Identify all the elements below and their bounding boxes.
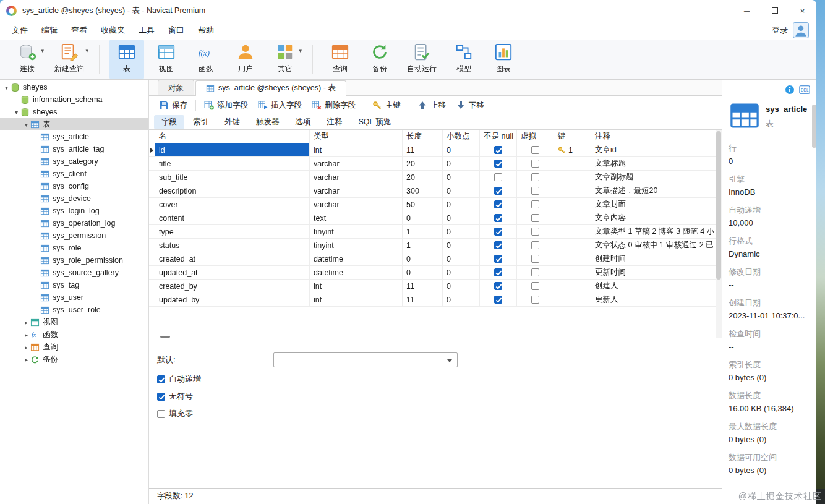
field-name-cell[interactable]: title	[155, 157, 310, 171]
tree-item-sys-category[interactable]: sys_category	[0, 155, 148, 168]
field-notnull-cell[interactable]	[480, 293, 517, 307]
field-length-cell[interactable]: 0	[403, 211, 443, 225]
login-button[interactable]: 登录	[772, 25, 788, 36]
delete-field-button[interactable]: 删除字段	[307, 98, 361, 113]
tree-item-sys-user-role[interactable]: sys_user_role	[0, 304, 148, 316]
field-virtual-cell[interactable]	[517, 143, 554, 157]
field-length-cell[interactable]: 11	[403, 143, 443, 157]
virtual-checkbox[interactable]	[531, 200, 539, 208]
field-row-updated-by[interactable]: updated_byint110更新人	[149, 293, 722, 307]
field-decimal-cell[interactable]: 0	[443, 225, 480, 239]
field-name-cell[interactable]: id	[155, 143, 310, 157]
column-header-0[interactable]: 名	[155, 130, 310, 143]
field-decimal-cell[interactable]: 0	[443, 198, 480, 211]
field-type-cell[interactable]: int	[310, 143, 403, 157]
save-button[interactable]: 保存	[154, 98, 192, 113]
field-notnull-cell[interactable]	[480, 143, 517, 157]
menu-item-4[interactable]: 工具	[132, 22, 161, 38]
user-avatar[interactable]	[793, 22, 809, 38]
virtual-checkbox[interactable]	[531, 241, 539, 249]
field-comment-cell[interactable]: 文章封面	[591, 198, 722, 211]
field-comment-cell[interactable]: 更新人	[591, 293, 722, 307]
field-key-cell[interactable]	[554, 280, 591, 293]
notnull-checkbox[interactable]	[494, 268, 502, 276]
field-virtual-cell[interactable]	[517, 239, 554, 252]
field-type-cell[interactable]: varchar	[310, 198, 403, 211]
ddl-icon[interactable]: DDL	[799, 85, 810, 95]
field-length-cell[interactable]: 1	[403, 239, 443, 252]
move-up-button[interactable]: 上移	[413, 98, 451, 113]
tree-item-sys-operation-log[interactable]: sys_operation_log	[0, 217, 148, 229]
field-comment-cell[interactable]: 更新时间	[591, 266, 722, 280]
tree-item-sheyes[interactable]: ▾sheyes	[0, 106, 148, 118]
tree-item-sys-device[interactable]: sys_device	[0, 192, 148, 205]
field-comment-cell[interactable]: 文章标题	[591, 157, 722, 171]
field-row-cover[interactable]: covervarchar500文章封面	[149, 198, 722, 211]
subtab-4[interactable]: 选项	[288, 115, 318, 129]
menu-item-0[interactable]: 文件	[5, 22, 35, 38]
field-virtual-cell[interactable]	[517, 198, 554, 211]
subtab-5[interactable]: 注释	[320, 115, 350, 129]
field-row-title[interactable]: titlevarchar200文章标题	[149, 157, 722, 171]
horizontal-splitter[interactable]	[149, 338, 722, 343]
field-type-cell[interactable]: text	[310, 211, 403, 225]
scrollbar-thumb[interactable]	[716, 131, 721, 280]
field-type-cell[interactable]: int	[310, 280, 403, 293]
virtual-checkbox[interactable]	[531, 268, 539, 276]
field-name-cell[interactable]: status	[155, 239, 310, 252]
field-key-cell[interactable]	[554, 171, 591, 184]
field-virtual-cell[interactable]	[517, 266, 554, 280]
field-type-cell[interactable]: tinyint	[310, 239, 403, 252]
field-virtual-cell[interactable]	[517, 171, 554, 184]
subtab-0[interactable]: 字段	[154, 115, 184, 129]
field-key-cell[interactable]	[554, 266, 591, 280]
field-type-cell[interactable]: varchar	[310, 171, 403, 184]
virtual-checkbox[interactable]	[531, 282, 539, 290]
virtual-checkbox[interactable]	[531, 255, 539, 263]
field-name-cell[interactable]: type	[155, 225, 310, 239]
field-notnull-cell[interactable]	[480, 157, 517, 171]
toolbar-button-connect[interactable]: ▾连接	[10, 40, 45, 79]
column-header-5[interactable]: 虚拟	[517, 130, 554, 143]
tree-expand-icon[interactable]: ▾	[22, 121, 30, 128]
field-comment-cell[interactable]: 文章类型 1 草稿 2 博客 3 随笔 4 小	[591, 225, 722, 239]
tree-expand-icon[interactable]: ▾	[12, 109, 20, 116]
option-checkbox-0[interactable]	[157, 375, 165, 383]
tree-item-sys-source-gallery[interactable]: sys_source_gallery	[0, 267, 148, 279]
field-decimal-cell[interactable]: 0	[443, 280, 480, 293]
info-icon[interactable]	[784, 85, 795, 95]
close-button[interactable]: ×	[789, 0, 816, 21]
subtab-3[interactable]: 触发器	[249, 115, 287, 129]
tree-expand-icon[interactable]: ▸	[22, 319, 30, 326]
field-row-id[interactable]: idint1101文章id	[149, 143, 722, 157]
field-decimal-cell[interactable]: 0	[443, 184, 480, 198]
field-comment-cell[interactable]: 文章状态 0 审核中 1 审核通过 2 已	[591, 239, 722, 252]
chevron-down-icon[interactable]: ▾	[41, 48, 44, 54]
field-row-status[interactable]: statustinyint10文章状态 0 审核中 1 审核通过 2 已	[149, 239, 722, 252]
default-value-combobox[interactable]	[273, 352, 458, 367]
field-decimal-cell[interactable]: 0	[443, 239, 480, 252]
field-key-cell[interactable]	[554, 225, 591, 239]
menu-item-3[interactable]: 收藏夹	[94, 22, 132, 38]
toolbar-button-new-query[interactable]: ▾新建查询	[49, 40, 89, 79]
field-row-created-at[interactable]: created_atdatetime00创建时间	[149, 252, 722, 266]
field-notnull-cell[interactable]	[480, 211, 517, 225]
tree-expand-icon[interactable]: ▸	[22, 344, 30, 351]
minimize-button[interactable]: ─	[733, 0, 761, 21]
option-checkbox-1[interactable]	[157, 393, 165, 401]
field-key-cell[interactable]	[554, 198, 591, 211]
field-decimal-cell[interactable]: 0	[443, 171, 480, 184]
column-header-3[interactable]: 小数点	[443, 130, 480, 143]
field-row-content[interactable]: contenttext00文章内容	[149, 211, 722, 225]
virtual-checkbox[interactable]	[531, 296, 539, 304]
menu-item-6[interactable]: 帮助	[191, 22, 221, 38]
subtab-2[interactable]: 外键	[217, 115, 247, 129]
field-notnull-cell[interactable]	[480, 239, 517, 252]
option-checkbox-2[interactable]	[157, 410, 165, 418]
field-key-cell[interactable]	[554, 211, 591, 225]
notnull-checkbox[interactable]	[494, 200, 502, 208]
field-comment-cell[interactable]: 创建时间	[591, 252, 722, 266]
field-decimal-cell[interactable]: 0	[443, 293, 480, 307]
tree-item-sys-config[interactable]: sys_config	[0, 180, 148, 192]
tree-item-information-schema[interactable]: information_schema	[0, 93, 148, 106]
